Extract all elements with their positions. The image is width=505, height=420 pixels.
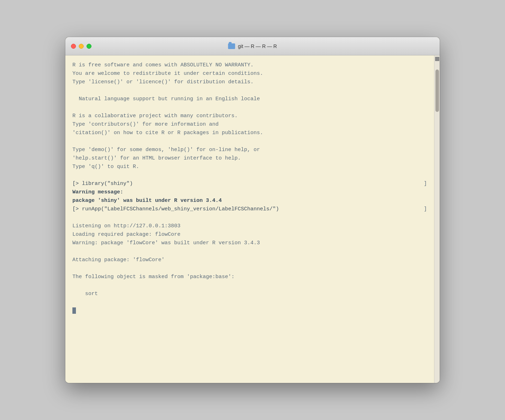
- close-button[interactable]: [71, 44, 76, 49]
- terminal-line: R is a collaborative project with many c…: [72, 112, 427, 120]
- terminal-blank: [72, 137, 427, 146]
- terminal-line: The following object is masked from 'pac…: [72, 273, 427, 281]
- window-title: git — R — R — R: [228, 43, 277, 49]
- terminal-blank: [72, 264, 427, 273]
- traffic-lights: [71, 44, 91, 49]
- terminal-line: Type 'q()' to quit R.: [72, 163, 427, 171]
- terminal-blank: [72, 247, 427, 256]
- terminal-line: sort: [72, 290, 427, 298]
- terminal-line: Natural language support but running in …: [72, 95, 427, 103]
- terminal-blank: [72, 103, 427, 112]
- scrollbar-thumb[interactable]: [435, 70, 439, 112]
- terminal-line: 'help.start()' for an HTML browser inter…: [72, 154, 427, 163]
- bracket-close: ]: [424, 180, 427, 188]
- terminal-line: Type 'contributors()' for more informati…: [72, 120, 427, 129]
- scrollbar-top-icon: [435, 57, 439, 61]
- terminal-line: 'citation()' on how to cite R or R packa…: [72, 129, 427, 137]
- scrollbar[interactable]: [434, 55, 440, 383]
- terminal-blank: [72, 214, 427, 222]
- terminal-line: Attaching package: 'flowCore': [72, 256, 427, 264]
- minimize-button[interactable]: [79, 44, 84, 49]
- title-bar: git — R — R — R: [65, 37, 440, 55]
- terminal-line: package 'shiny' was built under R versio…: [72, 197, 427, 205]
- terminal-line: [> library("shiny"): [72, 180, 133, 188]
- prompt-line-runapp: [> runApp("LabelFCSChannels/web_shiny_ve…: [72, 205, 427, 214]
- terminal-line: Type 'demo()' for some demos, 'help()' f…: [72, 146, 427, 154]
- terminal-line: [> runApp("LabelFCSChannels/web_shiny_ve…: [72, 205, 279, 214]
- prompt-line-library: [> library("shiny") ]: [72, 180, 427, 188]
- terminal-line: Type 'license()' or 'licence()' for dist…: [72, 78, 427, 86]
- terminal-blank: [72, 171, 427, 180]
- terminal-line: Warning message:: [72, 188, 427, 197]
- window-content: R is free software and comes with ABSOLU…: [65, 55, 440, 383]
- terminal-line: Listening on http://127.0.0.1:3803: [72, 222, 427, 230]
- folder-icon: [228, 43, 235, 49]
- terminal-line: R is free software and comes with ABSOLU…: [72, 61, 427, 70]
- terminal-line: Loading required package: flowCore: [72, 230, 427, 239]
- terminal-line: You are welcome to redistribute it under…: [72, 70, 427, 78]
- maximize-button[interactable]: [87, 44, 91, 49]
- terminal-area[interactable]: R is free software and comes with ABSOLU…: [65, 55, 434, 383]
- terminal-window: git — R — R — R R is free software and c…: [65, 37, 440, 383]
- bracket-close: ]: [424, 205, 427, 214]
- terminal-line: Warning: package 'flowCore' was built un…: [72, 239, 427, 247]
- title-text: git — R — R — R: [238, 43, 277, 49]
- terminal-blank: [72, 298, 427, 307]
- terminal-blank: [72, 86, 427, 95]
- terminal-line: [72, 307, 427, 315]
- terminal-blank: [72, 281, 427, 290]
- cursor: [72, 307, 76, 314]
